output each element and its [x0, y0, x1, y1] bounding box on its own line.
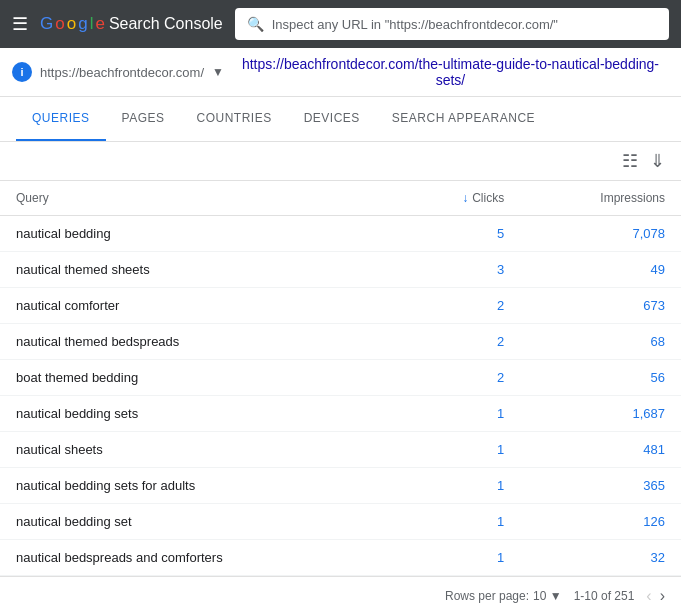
clicks-cell: 2	[397, 288, 520, 324]
filter-icon[interactable]: ☷	[622, 150, 638, 172]
page-range: 1-10 of 251	[574, 589, 635, 603]
clicks-cell: 1	[397, 504, 520, 540]
table-row: nautical bedspreads and comforters132	[0, 540, 681, 576]
tab-bar: QUERIES PAGES COUNTRIES DEVICES SEARCH A…	[0, 97, 681, 142]
query-cell: nautical bedding sets	[0, 396, 397, 432]
search-icon: 🔍	[247, 16, 264, 32]
impressions-cell: 126	[520, 504, 681, 540]
rows-per-page-value[interactable]: 10 ▼	[533, 589, 562, 603]
url-inspect-bar[interactable]: 🔍 Inspect any URL in "https://beachfront…	[235, 8, 669, 40]
impressions-cell: 481	[520, 432, 681, 468]
tab-pages[interactable]: PAGES	[106, 97, 181, 141]
query-cell: nautical comforter	[0, 288, 397, 324]
query-column-header: Query	[0, 181, 397, 216]
impressions-cell: 68	[520, 324, 681, 360]
domain-dropdown[interactable]: ▼	[212, 65, 224, 79]
query-cell: nautical bedding set	[0, 504, 397, 540]
table-row: nautical comforter2673	[0, 288, 681, 324]
clicks-cell: 1	[397, 432, 520, 468]
search-placeholder: Inspect any URL in "https://beachfrontde…	[272, 17, 657, 32]
impressions-column-header[interactable]: Impressions	[520, 181, 681, 216]
rows-dropdown-icon: ▼	[550, 589, 562, 603]
query-cell: nautical themed sheets	[0, 252, 397, 288]
query-cell: nautical bedding	[0, 216, 397, 252]
rows-per-page: Rows per page: 10 ▼	[445, 589, 562, 603]
tab-queries[interactable]: QUERIES	[16, 97, 106, 141]
clicks-cell: 2	[397, 324, 520, 360]
impressions-cell: 56	[520, 360, 681, 396]
table-row: boat themed bedding256	[0, 360, 681, 396]
current-url: https://beachfrontdecor.com/the-ultimate…	[232, 56, 669, 88]
table-row: nautical bedding set1126	[0, 504, 681, 540]
impressions-cell: 673	[520, 288, 681, 324]
impressions-cell: 49	[520, 252, 681, 288]
clicks-cell: 3	[397, 252, 520, 288]
download-icon[interactable]: ⇓	[650, 150, 665, 172]
clicks-cell: 1	[397, 540, 520, 576]
rows-per-page-label: Rows per page:	[445, 589, 529, 603]
sort-arrow-icon: ↓	[462, 191, 468, 205]
toolbar: ☷ ⇓	[0, 142, 681, 181]
query-cell: nautical bedding sets for adults	[0, 468, 397, 504]
impressions-cell: 7,078	[520, 216, 681, 252]
table-row: nautical bedding sets11,687	[0, 396, 681, 432]
query-cell: boat themed bedding	[0, 360, 397, 396]
table-row: nautical bedding57,078	[0, 216, 681, 252]
clicks-cell: 1	[397, 468, 520, 504]
menu-icon[interactable]: ☰	[12, 13, 28, 35]
next-page-button[interactable]: ›	[660, 587, 665, 605]
clicks-column-header[interactable]: ↓Clicks	[397, 181, 520, 216]
impressions-cell: 365	[520, 468, 681, 504]
tab-countries[interactable]: COUNTRIES	[180, 97, 287, 141]
table-row: nautical sheets1481	[0, 432, 681, 468]
product-name: Search Console	[109, 15, 223, 33]
impressions-cell: 1,687	[520, 396, 681, 432]
clicks-cell: 1	[397, 396, 520, 432]
pagination-nav: ‹ ›	[646, 587, 665, 605]
google-logo: Google Search Console	[40, 14, 223, 34]
table-footer: Rows per page: 10 ▼ 1-10 of 251 ‹ ›	[0, 576, 681, 615]
clicks-cell: 2	[397, 360, 520, 396]
query-cell: nautical themed bedspreads	[0, 324, 397, 360]
url-bar: i https://beachfrontdecor.com/ ▼ https:/…	[0, 48, 681, 97]
impressions-cell: 32	[520, 540, 681, 576]
query-cell: nautical bedspreads and comforters	[0, 540, 397, 576]
tab-search-appearance[interactable]: SEARCH APPEARANCE	[376, 97, 551, 141]
site-icon: i	[12, 62, 32, 82]
query-cell: nautical sheets	[0, 432, 397, 468]
table-row: nautical themed sheets349	[0, 252, 681, 288]
table-row: nautical themed bedspreads268	[0, 324, 681, 360]
tab-devices[interactable]: DEVICES	[288, 97, 376, 141]
table-row: nautical bedding sets for adults1365	[0, 468, 681, 504]
prev-page-button[interactable]: ‹	[646, 587, 651, 605]
queries-table: Query ↓Clicks Impressions nautical beddi…	[0, 181, 681, 576]
domain-text: https://beachfrontdecor.com/	[40, 65, 204, 80]
clicks-cell: 5	[397, 216, 520, 252]
